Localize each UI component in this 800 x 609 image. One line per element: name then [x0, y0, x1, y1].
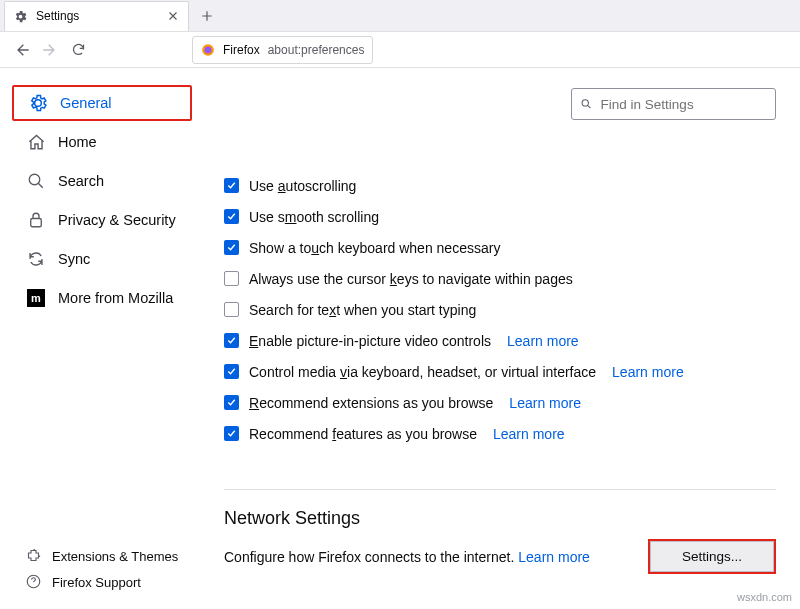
- sidebar: General Home Search Privacy & Security S…: [0, 68, 200, 609]
- firefox-icon: [201, 43, 215, 57]
- checkbox-checked-icon[interactable]: [224, 426, 239, 441]
- url-label: Firefox: [223, 43, 260, 57]
- reload-button[interactable]: [64, 36, 92, 64]
- tab-strip: Settings: [0, 0, 800, 32]
- learn-more-link[interactable]: Learn more: [493, 426, 565, 442]
- sidebar-item-label: Search: [58, 173, 104, 189]
- learn-more-link[interactable]: Learn more: [507, 333, 579, 349]
- checkbox-checked-icon[interactable]: [224, 364, 239, 379]
- checkbox-unchecked-icon[interactable]: [224, 302, 239, 317]
- highlight-box: Settings...: [648, 539, 776, 574]
- gear-icon: [13, 9, 28, 24]
- mozilla-icon: m: [26, 288, 46, 308]
- network-section: Network Settings Configure how Firefox c…: [224, 508, 776, 574]
- section-divider: [224, 489, 776, 490]
- lock-icon: [26, 210, 46, 230]
- option-label: Recommend extensions as you browse: [249, 395, 493, 411]
- tab-settings[interactable]: Settings: [4, 1, 189, 31]
- section-title: Network Settings: [224, 508, 776, 529]
- option-label: Search for text when you start typing: [249, 302, 476, 318]
- option-search-text[interactable]: Search for text when you start typing: [224, 294, 776, 325]
- option-smooth-scroll[interactable]: Use smooth scrolling: [224, 201, 776, 232]
- main-panel: Use autoscrolling Use smooth scrolling S…: [200, 68, 800, 609]
- checkbox-checked-icon[interactable]: [224, 178, 239, 193]
- puzzle-icon: [26, 548, 42, 564]
- option-pip[interactable]: Enable picture-in-picture video controls…: [224, 325, 776, 356]
- svg-rect-3: [31, 219, 42, 227]
- sidebar-item-label: General: [60, 95, 112, 111]
- sidebar-item-label: Home: [58, 134, 97, 150]
- sync-icon: [26, 249, 46, 269]
- back-arrow-icon: [14, 42, 30, 58]
- checkbox-checked-icon[interactable]: [224, 333, 239, 348]
- checkbox-checked-icon[interactable]: [224, 395, 239, 410]
- checkbox-checked-icon[interactable]: [224, 240, 239, 255]
- learn-more-link[interactable]: Learn more: [509, 395, 581, 411]
- sidebar-item-home[interactable]: Home: [12, 124, 192, 160]
- search-icon: [26, 171, 46, 191]
- sidebar-link-label: Extensions & Themes: [52, 549, 178, 564]
- sidebar-link-support[interactable]: Firefox Support: [0, 569, 200, 595]
- sidebar-item-sync[interactable]: Sync: [12, 241, 192, 277]
- option-label: Always use the cursor keys to navigate w…: [249, 271, 573, 287]
- search-icon: [580, 97, 593, 111]
- watermark: wsxdn.com: [737, 591, 792, 603]
- option-control-media[interactable]: Control media via keyboard, headset, or …: [224, 356, 776, 387]
- content-area: General Home Search Privacy & Security S…: [0, 68, 800, 609]
- network-settings-button[interactable]: Settings...: [650, 541, 774, 572]
- new-tab-button[interactable]: [193, 2, 221, 30]
- plus-icon: [200, 9, 214, 23]
- svg-point-1: [205, 46, 212, 53]
- checkbox-checked-icon[interactable]: [224, 209, 239, 224]
- browsing-options: Use autoscrolling Use smooth scrolling S…: [224, 170, 776, 449]
- checkbox-unchecked-icon[interactable]: [224, 271, 239, 286]
- home-icon: [26, 132, 46, 152]
- svg-point-5: [582, 100, 588, 106]
- reload-icon: [71, 42, 86, 57]
- forward-button[interactable]: [36, 36, 64, 64]
- option-autoscroll[interactable]: Use autoscrolling: [224, 170, 776, 201]
- sidebar-item-label: More from Mozilla: [58, 290, 173, 306]
- url-box[interactable]: Firefox about:preferences: [192, 36, 373, 64]
- learn-more-link[interactable]: Learn more: [518, 549, 590, 565]
- sidebar-link-label: Firefox Support: [52, 575, 141, 590]
- option-label: Enable picture-in-picture video controls: [249, 333, 491, 349]
- sidebar-item-more-mozilla[interactable]: m More from Mozilla: [12, 280, 192, 316]
- tab-title: Settings: [36, 9, 166, 23]
- sidebar-item-general[interactable]: General: [12, 85, 192, 121]
- close-icon[interactable]: [166, 9, 180, 23]
- option-label: Show a touch keyboard when necessary: [249, 240, 500, 256]
- section-description: Configure how Firefox connects to the in…: [224, 549, 514, 565]
- forward-arrow-icon: [42, 42, 58, 58]
- toolbar: Firefox about:preferences: [0, 32, 800, 68]
- sidebar-item-privacy[interactable]: Privacy & Security: [12, 202, 192, 238]
- option-label: Recommend features as you browse: [249, 426, 477, 442]
- option-cursor-keys[interactable]: Always use the cursor keys to navigate w…: [224, 263, 776, 294]
- option-label: Use smooth scrolling: [249, 209, 379, 225]
- question-icon: [26, 574, 42, 590]
- option-recommend-extensions[interactable]: Recommend extensions as you browse Learn…: [224, 387, 776, 418]
- gear-icon: [28, 93, 48, 113]
- option-label: Control media via keyboard, headset, or …: [249, 364, 596, 380]
- option-touch-keyboard[interactable]: Show a touch keyboard when necessary: [224, 232, 776, 263]
- svg-point-2: [29, 174, 40, 185]
- find-in-settings[interactable]: [571, 88, 776, 120]
- sidebar-item-label: Sync: [58, 251, 90, 267]
- option-label: Use autoscrolling: [249, 178, 356, 194]
- search-input[interactable]: [599, 96, 767, 113]
- learn-more-link[interactable]: Learn more: [612, 364, 684, 380]
- sidebar-item-label: Privacy & Security: [58, 212, 176, 228]
- sidebar-link-extensions[interactable]: Extensions & Themes: [0, 543, 200, 569]
- back-button[interactable]: [8, 36, 36, 64]
- option-recommend-features[interactable]: Recommend features as you browse Learn m…: [224, 418, 776, 449]
- url-path: about:preferences: [268, 43, 365, 57]
- sidebar-item-search[interactable]: Search: [12, 163, 192, 199]
